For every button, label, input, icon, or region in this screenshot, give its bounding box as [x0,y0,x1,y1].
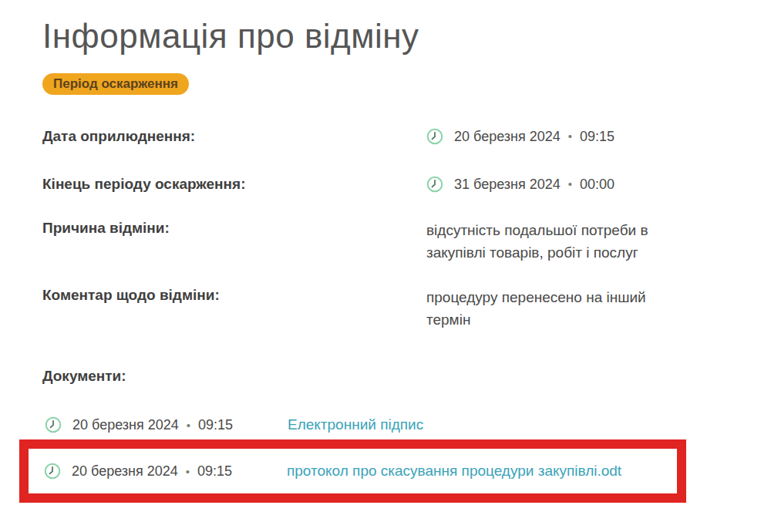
clock-icon [44,463,61,480]
field-label: Причина відміни: [42,219,426,237]
dot-separator-icon: • [186,465,190,478]
field-row-cancellation-comment: Коментар щодо відміни: процедуру перенес… [42,286,771,331]
field-value-datetime: 20 березня 2024 • 09:15 [426,127,673,146]
clock-icon [45,416,62,433]
time-text: 09:15 [197,463,232,480]
field-value-text: відсутність подальшої потреби в закупівл… [426,219,673,264]
clock-icon [426,176,443,193]
status-badge: Період оскарження [42,73,189,95]
field-value-datetime: 31 березня 2024 • 00:00 [426,175,673,194]
field-label: Коментар щодо відміни: [42,286,426,305]
time-text: 09:15 [198,417,233,433]
time-text: 00:00 [580,175,614,194]
clock-icon [426,128,443,145]
field-label: Кінець періоду оскарження: [42,175,426,194]
document-link-signature[interactable]: Електронний підпис [288,416,423,433]
field-value-text: процедуру перенесено на інший термін [426,286,673,331]
cancellation-info-page: Інформація про відміну Період оскарження… [0,0,771,532]
page-title: Інформація про відміну [42,15,771,56]
document-row-signature: 20 березня 2024 • 09:15 Електронний підп… [42,416,771,433]
field-row-publication-date: Дата оприлюднення: 20 березня 2024 • 09:… [42,127,771,146]
dot-separator-icon: • [568,175,572,194]
document-datetime: 20 березня 2024 • 09:15 [44,463,287,480]
documents-heading: Документи: [42,367,771,386]
field-row-appeal-period-end: Кінець періоду оскарження: 31 березня 20… [42,175,771,194]
date-text: 20 березня 2024 [72,417,179,433]
field-label: Дата оприлюднення: [42,127,426,146]
field-row-cancellation-reason: Причина відміни: відсутність подальшої п… [42,219,771,264]
document-link-protocol[interactable]: протокол про скасування процедури закупі… [287,463,621,480]
cancellation-fields: Дата оприлюднення: 20 березня 2024 • 09:… [42,127,771,331]
highlight-annotation-box: 20 березня 2024 • 09:15 протокол про ска… [19,439,686,503]
document-datetime: 20 березня 2024 • 09:15 [45,416,288,433]
dot-separator-icon: • [568,127,572,146]
document-row-protocol: 20 березня 2024 • 09:15 протокол про ска… [44,463,677,480]
date-text: 31 березня 2024 [454,175,561,194]
date-text: 20 березня 2024 [454,127,561,146]
dot-separator-icon: • [187,419,190,432]
time-text: 09:15 [580,127,614,146]
date-text: 20 березня 2024 [72,463,178,480]
